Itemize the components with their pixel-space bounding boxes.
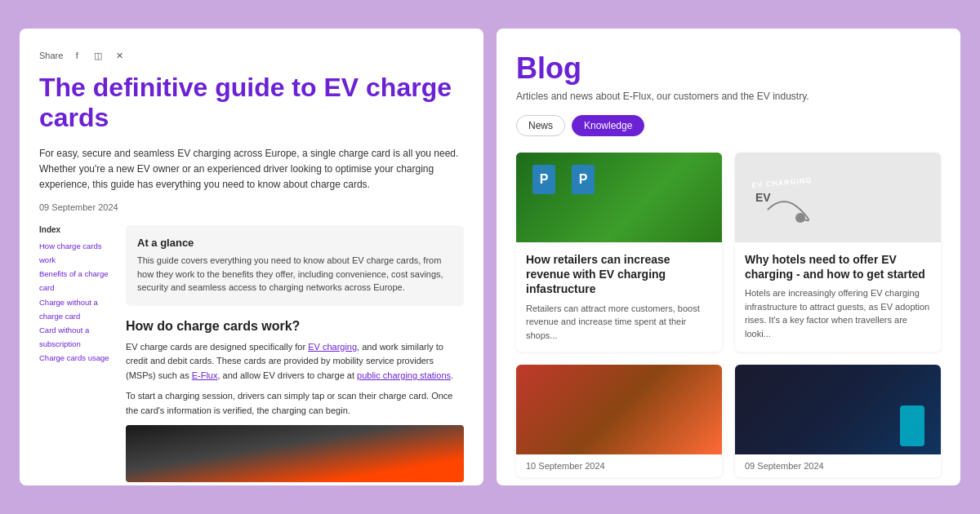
index-sidebar: Index How charge cards work Benefits of … [39,225,113,485]
filter-tabs: News Knowledge [516,115,941,136]
ev-plug-shape [900,405,924,446]
facebook-icon[interactable]: f [69,48,84,63]
tab-news[interactable]: News [516,115,565,136]
bottom-left-card-image [516,365,722,454]
at-a-glance-text: This guide covers everything you need to… [137,254,452,295]
blog-panel: Blog Articles and news about E-Flux, our… [497,29,960,485]
section1-text2: To start a charging session, drivers can… [126,389,464,418]
index-link-2[interactable]: Charge without a charge card [39,295,113,323]
parking-sign-1: P [532,165,555,194]
retailers-card-content: How retailers can increase revenue with … [516,242,722,352]
blog-grid: P P How retailers can increase revenue w… [516,153,941,477]
blog-card-bottom-right[interactable]: 09 September 2024 [735,365,941,477]
blog-card-retailers[interactable]: P P How retailers can increase revenue w… [516,153,722,352]
road-marking: EV CHARGING EV [751,169,849,226]
svg-text:EV: EV [755,191,771,204]
article-panel: Share f ◫ ✕ The definitive guide to EV c… [20,29,483,485]
bottom-left-card-date: 10 September 2024 [516,454,722,477]
bottom-right-card-date: 09 September 2024 [735,454,941,477]
ev-road-svg: EV [751,185,833,226]
at-a-glance-box: At a glance This guide covers everything… [126,225,464,306]
blog-card-hotels[interactable]: EV CHARGING EV Why hotels need to offer … [735,153,941,352]
section1-title: How do charge cards work? [126,319,464,334]
index-link-0[interactable]: How charge cards work [39,239,113,267]
parking-signs: P P [532,165,595,194]
index-link-4[interactable]: Charge cards usage [39,351,113,365]
article-body: At a glance This guide covers everything… [126,225,464,485]
hotels-card-content: Why hotels need to offer EV charging - a… [735,242,941,350]
ev-charging-link[interactable]: EV charging [308,342,357,352]
article-date: 09 September 2024 [39,202,464,212]
article-intro: For easy, secure and seamless EV chargin… [39,146,464,193]
hotels-card-title: Why hotels need to offer EV charging - a… [745,252,931,281]
blog-subtitle: Articles and news about E-Flux, our cust… [516,91,941,102]
article-title: The definitive guide to EV charge cards [39,73,464,133]
section1-text1: EV charge cards are designed specificall… [126,340,464,383]
index-link-1[interactable]: Benefits of a charge card [39,267,113,295]
retailers-card-title: How retailers can increase revenue with … [526,252,712,297]
content-area: Index How charge cards work Benefits of … [39,225,464,485]
bottom-right-card-image [735,365,941,454]
parking-sign-2: P [572,165,595,194]
hotels-card-excerpt: Hotels are increasingly offering EV char… [745,286,931,340]
at-a-glance-title: At a glance [137,237,452,249]
hotels-card-image: EV CHARGING EV [735,153,941,242]
blog-card-bottom-left[interactable]: 10 September 2024 [516,365,722,477]
public-charging-link[interactable]: public charging stations [357,370,451,380]
instagram-icon[interactable]: ◫ [91,48,105,63]
article-image [126,425,464,482]
tab-knowledge[interactable]: Knowledge [572,115,644,136]
share-bar: Share f ◫ ✕ [39,48,464,63]
blog-title: Blog [516,51,941,86]
index-label: Index [39,225,113,234]
svg-point-1 [795,213,805,223]
eflux-link[interactable]: E-Flux [192,370,218,380]
retailers-card-image: P P [516,153,722,242]
share-label: Share [39,51,63,60]
index-link-3[interactable]: Card without a subscription [39,323,113,351]
retailers-card-excerpt: Retailers can attract more customers, bo… [526,302,712,343]
x-icon[interactable]: ✕ [112,48,127,63]
